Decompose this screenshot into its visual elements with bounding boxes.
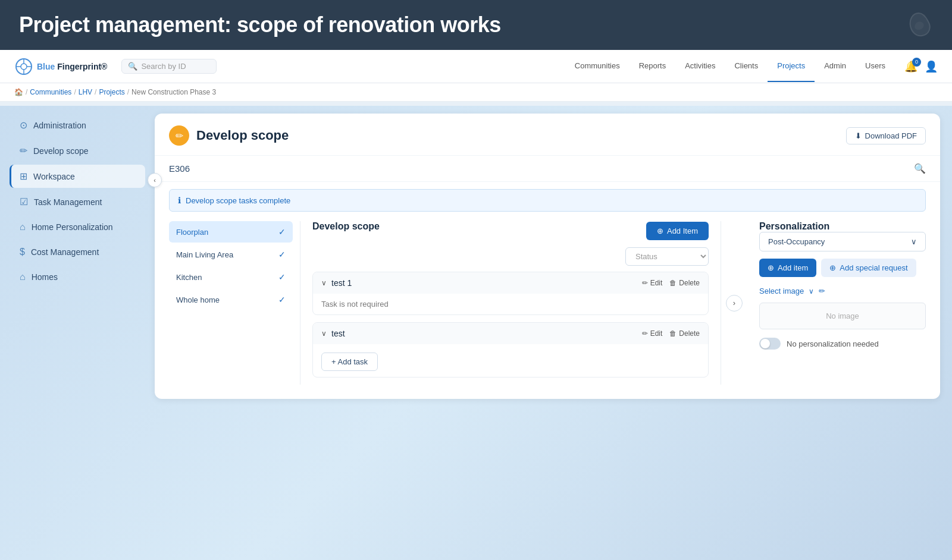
sidebar-item-label-cost-management: Cost Management — [31, 247, 99, 257]
navbar: Blue Fingerprint® 🔍 Search by ID Communi… — [0, 50, 952, 83]
status-filter-select[interactable]: Status — [625, 247, 709, 266]
no-personalization-row: No personalization needed — [759, 338, 926, 350]
home-personalization-icon: ⌂ — [20, 222, 26, 232]
main-card: ✏ Develop scope ⬇ Download PDF E306 🔍 ℹ … — [155, 114, 940, 399]
no-image-box: No image — [759, 303, 926, 329]
brand[interactable]: Blue Fingerprint® — [14, 57, 107, 76]
sidebar-item-home-personalization[interactable]: ⌂ Home Personalization — [10, 216, 145, 238]
chevron-down-icon[interactable]: ∨ — [321, 279, 327, 287]
chevron-down-icon-2[interactable]: ∨ — [321, 329, 327, 338]
scope-item-test: ∨ test ✏ Edit 🗑 Delete — [312, 322, 709, 377]
scope-item-test1-body: Task is not required — [313, 294, 708, 314]
cost-management-icon: $ — [20, 247, 25, 257]
add-item-button[interactable]: ⊕ Add Item — [646, 222, 709, 240]
add-item-pers-icon: ⊕ — [768, 263, 774, 272]
add-item-personalization-button[interactable]: ⊕ Add item — [759, 259, 816, 277]
page-banner: Project management: scope of renovation … — [0, 0, 952, 50]
location-whole-home-label: Whole home — [176, 295, 220, 304]
add-special-request-button[interactable]: ⊕ Add special request — [821, 259, 916, 277]
add-task-button[interactable]: + Add task — [321, 353, 378, 371]
sidebar-collapse-button[interactable]: ‹ — [148, 173, 162, 187]
panel-next-button[interactable]: › — [726, 295, 743, 312]
scope-item-test-actions: ✏ Edit 🗑 Delete — [642, 329, 700, 338]
edit-image-icon[interactable]: ✏ — [819, 287, 825, 295]
location-floorplan-label: Floorplan — [176, 228, 208, 237]
unit-search-icon[interactable]: 🔍 — [914, 163, 926, 174]
sidebar: ⊙ Administration ✏ Develop scope ⊞ Works… — [0, 102, 155, 300]
content-area: ✏ Develop scope ⬇ Download PDF E306 🔍 ℹ … — [155, 102, 952, 556]
sidebar-item-homes[interactable]: ⌂ Homes — [10, 266, 145, 288]
delete-scope-item-test1-button[interactable]: 🗑 Delete — [669, 279, 700, 287]
card-title: Develop scope — [196, 128, 289, 143]
personalization-type-value: Post-Occupancy — [768, 237, 825, 246]
sidebar-item-cost-management[interactable]: $ Cost Management — [10, 241, 145, 263]
nav-reports[interactable]: Reports — [630, 51, 676, 82]
search-icon: 🔍 — [128, 62, 137, 71]
personalization-type-select[interactable]: Post-Occupancy ∨ — [759, 232, 926, 251]
nav-clients[interactable]: Clients — [725, 51, 768, 82]
location-floorplan[interactable]: Floorplan ✓ — [169, 221, 293, 243]
personalization-chevron-icon: ∨ — [911, 237, 917, 246]
sidebar-item-label-administration: Administration — [33, 121, 86, 130]
nav-admin[interactable]: Admin — [815, 51, 856, 82]
no-image-label: No image — [826, 312, 859, 320]
no-personalization-toggle[interactable] — [759, 338, 781, 350]
sidebar-item-label-task-management: Task Management — [34, 197, 102, 207]
sidebar-item-workspace[interactable]: ⊞ Workspace — [10, 165, 145, 188]
breadcrumb-home[interactable]: 🏠 — [14, 88, 23, 96]
breadcrumb-communities[interactable]: Communities — [30, 88, 71, 96]
workspace-icon: ⊞ — [20, 171, 27, 182]
nav-activities[interactable]: Activities — [675, 51, 725, 82]
status-banner: ℹ Develop scope tasks complete — [169, 189, 926, 212]
delete-scope-item-test-button[interactable]: 🗑 Delete — [669, 329, 700, 338]
personalization-actions: ⊕ Add item ⊕ Add special request — [759, 259, 926, 277]
location-panel: Floorplan ✓ Main Living Area ✓ Kitchen ✓… — [169, 221, 300, 385]
nav-communities[interactable]: Communities — [565, 51, 630, 82]
scope-item-test1-name: test 1 — [331, 278, 637, 288]
sidebar-item-label-develop-scope: Develop scope — [33, 146, 89, 156]
status-filter-row: Status — [312, 247, 709, 266]
location-kitchen-label: Kitchen — [176, 273, 202, 282]
breadcrumb-lhv[interactable]: LHV — [79, 88, 92, 96]
navbar-icons: 🔔 0 👤 — [904, 60, 938, 73]
scope-item-test-name: test — [331, 329, 637, 338]
notification-button[interactable]: 🔔 0 — [904, 60, 917, 73]
banner-title: Project management: scope of renovation … — [19, 12, 501, 37]
floorplan-check-icon: ✓ — [278, 227, 286, 237]
no-personalization-label: No personalization needed — [787, 339, 879, 348]
card-header: ✏ Develop scope ⬇ Download PDF — [155, 114, 940, 156]
breadcrumb-projects[interactable]: Projects — [99, 88, 124, 96]
select-image-chevron-icon[interactable]: ∨ — [809, 287, 814, 295]
sidebar-item-administration[interactable]: ⊙ Administration — [10, 114, 145, 137]
develop-scope-icon: ✏ — [20, 145, 27, 156]
homes-icon: ⌂ — [20, 272, 26, 282]
select-image-label[interactable]: Select image — [759, 287, 804, 295]
sidebar-item-label-home-personalization: Home Personalization — [32, 222, 113, 232]
sidebar-item-develop-scope[interactable]: ✏ Develop scope — [10, 139, 145, 162]
scope-item-test-body: + Add task — [313, 344, 708, 377]
location-main-living-area[interactable]: Main Living Area ✓ — [169, 244, 293, 265]
scope-panel: Develop scope ⊕ Add Item Status — [300, 221, 721, 385]
nav-projects[interactable]: Projects — [768, 51, 815, 82]
unit-id: E306 — [169, 163, 190, 174]
search-bar[interactable]: 🔍 Search by ID — [121, 59, 217, 74]
svg-point-1 — [21, 64, 27, 70]
scope-item-test1-actions: ✏ Edit 🗑 Delete — [642, 279, 700, 287]
user-profile-button[interactable]: 👤 — [925, 60, 938, 73]
download-pdf-button[interactable]: ⬇ Download PDF — [846, 127, 926, 144]
scope-item-test-header: ∨ test ✏ Edit 🗑 Delete — [313, 323, 708, 344]
sidebar-item-task-management[interactable]: ☑ Task Management — [10, 190, 145, 213]
personalization-title: Personalization — [759, 221, 829, 231]
breadcrumb: 🏠 / Communities / LHV / Projects / New C… — [0, 83, 952, 102]
scope-item-test1-text: Task is not required — [321, 300, 389, 309]
task-management-icon: ☑ — [20, 196, 28, 207]
edit-scope-item-test1-button[interactable]: ✏ Edit — [642, 279, 663, 287]
location-kitchen[interactable]: Kitchen ✓ — [169, 266, 293, 288]
add-task-label: + Add task — [331, 357, 368, 366]
whole-home-check-icon: ✓ — [278, 295, 286, 304]
location-whole-home[interactable]: Whole home ✓ — [169, 289, 293, 310]
download-icon: ⬇ — [855, 131, 862, 140]
sidebar-wrapper: ⊙ Administration ✏ Develop scope ⊞ Works… — [0, 102, 155, 556]
edit-scope-item-test-button[interactable]: ✏ Edit — [642, 329, 663, 338]
nav-users[interactable]: Users — [856, 51, 895, 82]
